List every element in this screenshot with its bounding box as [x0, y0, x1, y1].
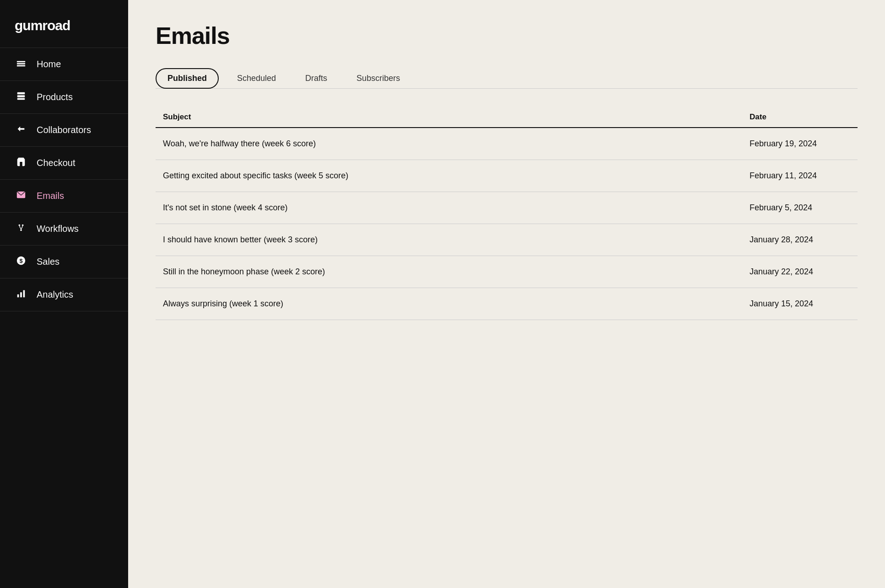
- svg-rect-1: [17, 61, 25, 62]
- sidebar-item-analytics[interactable]: Analytics: [0, 278, 128, 311]
- sidebar: gumroad Home Products Collaborators Chec…: [0, 0, 128, 588]
- sidebar-item-emails[interactable]: Emails: [0, 180, 128, 213]
- logo-svg: gumroad: [15, 16, 88, 33]
- sales-icon: $: [15, 256, 27, 268]
- svg-rect-3: [17, 65, 25, 67]
- row-date-5: January 15, 2024: [750, 299, 850, 309]
- svg-rect-16: [20, 292, 22, 297]
- sidebar-item-label-sales: Sales: [37, 257, 59, 267]
- sidebar-item-workflows[interactable]: Workflows: [0, 213, 128, 246]
- svg-text:gumroad: gumroad: [15, 18, 70, 33]
- row-date-0: February 19, 2024: [750, 139, 850, 149]
- table-row[interactable]: Woah, we're halfway there (week 6 score)…: [156, 128, 858, 160]
- products-icon: [15, 91, 27, 103]
- checkout-icon: [15, 157, 27, 169]
- sidebar-item-label-workflows: Workflows: [37, 224, 79, 234]
- sidebar-item-label-products: Products: [37, 92, 73, 102]
- nav-items-container: Home Products Collaborators Checkout Ema…: [0, 48, 128, 311]
- table-header: Subject Date: [156, 107, 858, 128]
- row-date-3: January 28, 2024: [750, 235, 850, 245]
- table-row[interactable]: I should have known better (week 3 score…: [156, 224, 858, 256]
- tab-scheduled[interactable]: Scheduled: [226, 68, 287, 89]
- tabs-container: PublishedScheduledDraftsSubscribers: [156, 68, 858, 89]
- sidebar-item-label-analytics: Analytics: [37, 289, 73, 300]
- row-subject-4: Still in the honeymoon phase (week 2 sco…: [163, 267, 750, 277]
- sidebar-item-products[interactable]: Products: [0, 81, 128, 114]
- sidebar-item-checkout[interactable]: Checkout: [0, 147, 128, 180]
- sidebar-item-label-collaborators: Collaborators: [37, 125, 91, 135]
- tab-published[interactable]: Published: [156, 68, 219, 89]
- svg-line-11: [19, 226, 21, 229]
- page-title: Emails: [156, 22, 858, 49]
- table-row[interactable]: Getting excited about specific tasks (we…: [156, 160, 858, 192]
- table-row[interactable]: It's not set in stone (week 4 score) Feb…: [156, 192, 858, 224]
- table-row[interactable]: Still in the honeymoon phase (week 2 sco…: [156, 256, 858, 288]
- tab-drafts[interactable]: Drafts: [294, 68, 338, 89]
- svg-line-12: [21, 226, 23, 229]
- row-subject-2: It's not set in stone (week 4 score): [163, 203, 750, 213]
- svg-point-10: [20, 230, 22, 231]
- sidebar-item-label-emails: Emails: [37, 191, 64, 201]
- svg-rect-5: [17, 95, 25, 97]
- header-subject: Subject: [163, 112, 750, 122]
- sidebar-item-label-checkout: Checkout: [37, 158, 76, 168]
- row-subject-0: Woah, we're halfway there (week 6 score): [163, 139, 750, 149]
- row-subject-1: Getting excited about specific tasks (we…: [163, 171, 750, 181]
- emails-icon: [15, 190, 27, 202]
- home-icon: [15, 58, 27, 70]
- sidebar-item-collaborators[interactable]: Collaborators: [0, 114, 128, 147]
- svg-rect-15: [17, 294, 19, 297]
- svg-rect-2: [17, 63, 25, 64]
- sidebar-item-label-home: Home: [37, 59, 61, 69]
- row-date-1: February 11, 2024: [750, 171, 850, 181]
- svg-rect-4: [17, 92, 25, 95]
- table-rows-container: Woah, we're halfway there (week 6 score)…: [156, 128, 858, 320]
- row-date-2: February 5, 2024: [750, 203, 850, 213]
- collaborators-icon: [15, 124, 27, 136]
- row-subject-5: Always surprising (week 1 score): [163, 299, 750, 309]
- row-date-4: January 22, 2024: [750, 267, 850, 277]
- main-content: Emails PublishedScheduledDraftsSubscribe…: [128, 0, 885, 588]
- svg-text:$: $: [19, 257, 22, 264]
- logo-container: gumroad: [0, 0, 128, 48]
- svg-rect-17: [23, 290, 25, 298]
- sidebar-item-sales[interactable]: $ Sales: [0, 246, 128, 278]
- table-row[interactable]: Always surprising (week 1 score) January…: [156, 288, 858, 320]
- tab-subscribers[interactable]: Subscribers: [345, 68, 411, 89]
- svg-point-8: [19, 225, 21, 226]
- sidebar-item-home[interactable]: Home: [0, 48, 128, 81]
- workflows-icon: [15, 223, 27, 235]
- svg-rect-6: [17, 98, 25, 100]
- header-date: Date: [750, 112, 850, 122]
- gumroad-logo: gumroad: [15, 16, 113, 33]
- analytics-icon: [15, 289, 27, 301]
- row-subject-3: I should have known better (week 3 score…: [163, 235, 750, 245]
- email-table: Subject Date Woah, we're halfway there (…: [156, 107, 858, 320]
- svg-point-9: [22, 225, 24, 226]
